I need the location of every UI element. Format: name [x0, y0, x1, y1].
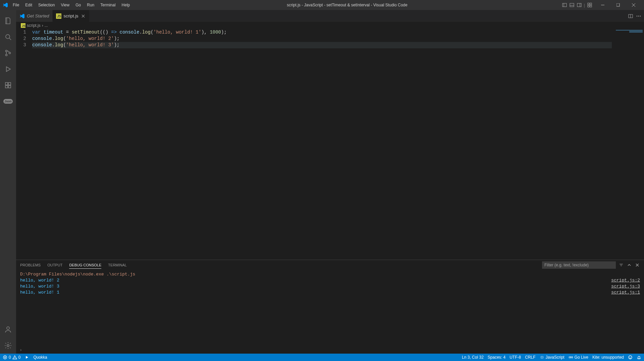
close-panel-icon[interactable]	[635, 262, 640, 268]
console-line: hello, world! 1script.js:1	[20, 290, 640, 296]
code-editor[interactable]: 123 var timeout = setTimeout(() => conso…	[16, 29, 644, 260]
breadcrumb-separator: ›	[42, 23, 43, 28]
svg-rect-9	[590, 5, 592, 7]
tab-script.js[interactable]: JSscript.js	[53, 10, 89, 22]
svg-rect-2	[570, 3, 574, 7]
extensions-icon[interactable]	[0, 77, 16, 93]
console-source-link[interactable]: script.js:3	[611, 283, 640, 290]
vscode-icon	[19, 13, 25, 19]
accounts-icon[interactable]	[0, 321, 16, 338]
maximize-button[interactable]	[610, 0, 626, 10]
settings-gear-icon[interactable]	[0, 338, 16, 354]
svg-rect-6	[588, 3, 589, 5]
status-go-live[interactable]: Go Live	[569, 355, 588, 360]
svg-text:JS: JS	[57, 14, 61, 18]
svg-marker-19	[6, 67, 10, 71]
json-extension-icon[interactable]: Json	[0, 93, 16, 109]
panel-tab-output[interactable]: OUTPUT	[47, 262, 62, 268]
toggle-secondary-sidebar-icon[interactable]	[577, 2, 582, 8]
menu-file[interactable]: File	[10, 1, 22, 9]
status-cursor-position[interactable]: Ln 3, Col 32	[462, 355, 484, 360]
status-eol[interactable]: CRLF	[525, 355, 535, 360]
svg-rect-4	[577, 3, 581, 7]
status-language[interactable]: JavaScript	[540, 355, 565, 360]
svg-rect-0	[562, 3, 567, 7]
svg-line-15	[9, 38, 11, 40]
menu-run[interactable]: Run	[84, 1, 97, 9]
close-tab-icon[interactable]	[80, 13, 86, 19]
status-errors[interactable]: 0 0	[3, 355, 20, 360]
svg-point-34	[640, 15, 641, 16]
svg-point-18	[9, 52, 11, 54]
svg-rect-21	[8, 83, 11, 85]
customize-layout-icon[interactable]	[587, 2, 592, 8]
breadcrumb-file: script.js	[27, 23, 41, 28]
minimize-button[interactable]	[595, 0, 610, 10]
svg-rect-23	[8, 86, 11, 88]
bottom-panel: PROBLEMSOUTPUTDEBUG CONSOLETERMINAL D:\P…	[16, 260, 644, 354]
svg-point-48	[570, 357, 572, 358]
code-line[interactable]: console.log('hello, world! 3');	[32, 42, 612, 48]
console-source-link[interactable]: script.js:2	[611, 277, 640, 283]
svg-point-32	[637, 15, 638, 16]
editor-area: Get StartedJSscript.js JS script.js › ..…	[16, 10, 644, 354]
menu-selection[interactable]: Selection	[36, 1, 57, 9]
console-line: D:\Program Files\nodejs\node.exe .\scrip…	[20, 271, 640, 277]
panel-tab-debug-console[interactable]: DEBUG CONSOLE	[69, 262, 101, 269]
close-button[interactable]	[626, 0, 641, 10]
svg-rect-7	[590, 3, 592, 5]
explorer-icon[interactable]	[0, 13, 16, 29]
menu-edit[interactable]: Edit	[22, 1, 35, 9]
code-line[interactable]: console.log('hello, world! 2');	[32, 36, 612, 42]
split-editor-icon[interactable]	[628, 13, 633, 19]
toggle-primary-sidebar-icon[interactable]	[562, 2, 567, 8]
window-title: script.js - JavaScript - setTimeout & se…	[132, 3, 561, 7]
toggle-panel-icon[interactable]	[569, 2, 575, 8]
code-line[interactable]: var timeout = setTimeout(() => console.l…	[32, 29, 612, 36]
search-icon[interactable]	[0, 29, 16, 45]
svg-point-33	[638, 15, 639, 16]
vscode-logo-icon	[3, 2, 8, 8]
console-source-link[interactable]: script.js:1	[611, 290, 640, 296]
debug-console-output[interactable]: D:\Program Files\nodejs\node.exe .\scrip…	[16, 270, 644, 346]
js-icon: JS	[56, 13, 61, 19]
status-notifications-icon[interactable]	[637, 355, 641, 360]
svg-rect-11	[616, 3, 620, 6]
chevron-right-icon: ›	[20, 347, 21, 352]
svg-rect-22	[5, 86, 8, 88]
activity-bar: Json	[0, 10, 16, 354]
menu-view[interactable]: View	[58, 1, 72, 9]
js-file-icon: JS	[21, 23, 25, 28]
filter-settings-icon[interactable]	[619, 262, 624, 268]
menu-help[interactable]: Help	[119, 1, 133, 9]
status-debug-start[interactable]	[24, 355, 29, 360]
title-actions: |	[562, 2, 592, 8]
more-actions-icon[interactable]	[636, 13, 641, 19]
tab-get-started[interactable]: Get Started	[16, 10, 53, 22]
svg-point-25	[7, 345, 9, 347]
editor-tabs: Get StartedJSscript.js	[16, 10, 644, 22]
collapse-up-icon[interactable]	[627, 262, 632, 268]
app-menu: FileEditSelectionViewGoRunTerminalHelp	[10, 1, 132, 9]
status-indentation[interactable]: Spaces: 4	[488, 355, 505, 360]
svg-point-14	[6, 35, 10, 39]
minimap[interactable]	[612, 29, 644, 260]
console-line: hello, world! 3script.js:3	[20, 283, 640, 290]
svg-text:JS: JS	[22, 24, 25, 28]
svg-point-49	[629, 356, 632, 359]
status-encoding[interactable]: UTF-8	[509, 355, 521, 360]
debug-console-input[interactable]: ›	[16, 346, 644, 354]
status-kite[interactable]: Kite: unsupported	[592, 355, 624, 360]
breadcrumb[interactable]: JS script.js › ...	[16, 22, 644, 29]
menu-terminal[interactable]: Terminal	[98, 1, 118, 9]
status-feedback-icon[interactable]	[628, 355, 633, 360]
svg-point-16	[6, 50, 7, 52]
menu-go[interactable]: Go	[73, 1, 84, 9]
panel-tab-problems[interactable]: PROBLEMS	[20, 262, 41, 268]
source-control-icon[interactable]	[0, 45, 16, 61]
run-debug-icon[interactable]	[0, 61, 16, 77]
status-quokka[interactable]: Quokka	[33, 355, 47, 360]
filter-input[interactable]	[542, 261, 616, 269]
svg-point-17	[6, 54, 7, 56]
panel-tab-terminal[interactable]: TERMINAL	[108, 262, 127, 268]
